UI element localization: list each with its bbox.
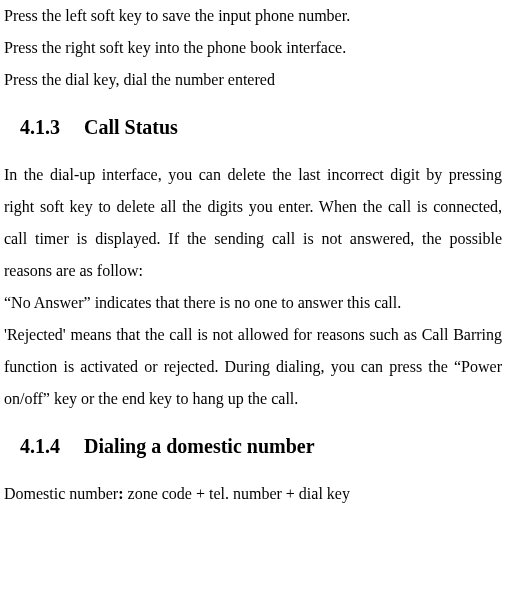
intro-line-2: Press the right soft key into the phone … bbox=[4, 32, 502, 64]
section-414-para: Domestic number: zone code + tel. number… bbox=[4, 478, 502, 510]
heading-414-title: Dialing a domestic number bbox=[84, 435, 315, 457]
domestic-rest: zone code + tel. number + dial key bbox=[124, 485, 350, 502]
heading-414-number: 4.1.4 bbox=[20, 435, 60, 458]
intro-line-3: Press the dial key, dial the number ente… bbox=[4, 64, 502, 96]
heading-413-title: Call Status bbox=[84, 116, 178, 138]
section-413-para-3: 'Rejected' means that the call is not al… bbox=[4, 319, 502, 415]
heading-414: 4.1.4Dialing a domestic number bbox=[4, 435, 502, 458]
section-413-para-2: “No Answer” indicates that there is no o… bbox=[4, 287, 502, 319]
section-413-para-1: In the dial-up interface, you can delete… bbox=[4, 159, 502, 287]
heading-413: 4.1.3Call Status bbox=[4, 116, 502, 139]
intro-line-1: Press the left soft key to save the inpu… bbox=[4, 0, 502, 32]
heading-413-number: 4.1.3 bbox=[20, 116, 60, 139]
domestic-prefix: Domestic number bbox=[4, 485, 118, 502]
